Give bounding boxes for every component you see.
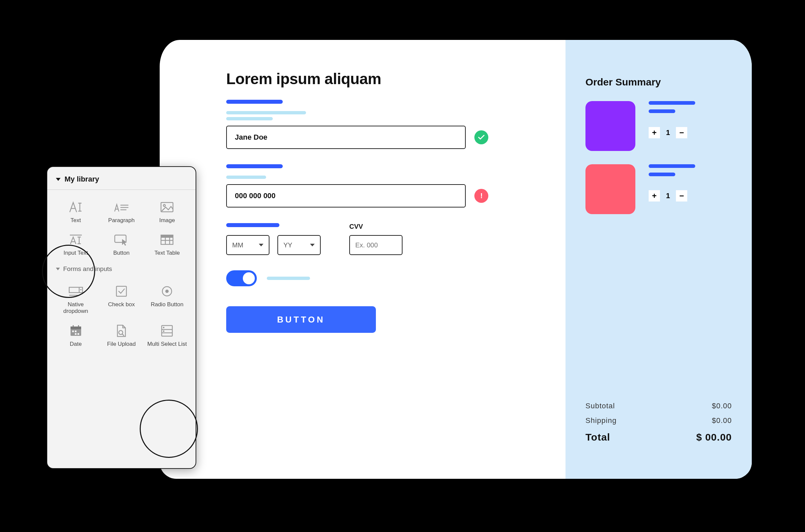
- toggle-row: [226, 270, 545, 286]
- lib-item-button[interactable]: Button: [99, 230, 143, 259]
- svg-rect-18: [163, 330, 164, 332]
- field-name: [226, 100, 545, 149]
- toggle-label-placeholder: [267, 277, 310, 280]
- highlight-circle-icon: [140, 400, 198, 458]
- lib-item-text-table[interactable]: Text Table: [145, 230, 189, 259]
- chevron-down-icon: [259, 244, 263, 246]
- svg-rect-13: [75, 333, 76, 335]
- total-row: Total $ 00.00: [585, 432, 732, 443]
- library-header[interactable]: My library: [47, 167, 195, 190]
- expiry-month-select[interactable]: MM: [226, 235, 269, 255]
- helper-placeholder-bar: [226, 117, 273, 120]
- lib-item-checkbox[interactable]: Check box: [99, 281, 143, 318]
- lib-item-radio[interactable]: Radio Button: [145, 281, 189, 318]
- total-value: $ 00.00: [696, 432, 732, 443]
- submit-button[interactable]: BUTTON: [226, 306, 376, 333]
- phone-input[interactable]: [226, 184, 466, 208]
- dropdown-icon: [67, 284, 85, 299]
- summary-item: + 1 −: [585, 164, 732, 214]
- svg-rect-4: [161, 235, 173, 238]
- lib-item-date[interactable]: Date: [54, 321, 97, 350]
- expiry-month-placeholder: MM: [232, 241, 243, 249]
- helper-placeholder-bar: [226, 175, 266, 179]
- lib-item-label: Input Text: [63, 250, 88, 256]
- quantity-stepper: + 1 −: [649, 127, 695, 138]
- library-title: My library: [64, 175, 99, 184]
- product-price-placeholder: [649, 173, 675, 176]
- qty-minus-button[interactable]: −: [676, 127, 687, 138]
- label-placeholder-bar: [226, 164, 283, 168]
- name-input[interactable]: [226, 126, 466, 149]
- summary-item: + 1 −: [585, 101, 732, 151]
- chevron-down-icon: [56, 268, 60, 270]
- quantity-stepper: + 1 −: [649, 190, 695, 202]
- label-placeholder-bar: [226, 100, 283, 104]
- product-thumbnail: [585, 164, 635, 214]
- lib-item-label: Text Table: [154, 250, 180, 256]
- total-label: Total: [585, 432, 610, 443]
- lib-item-label: File Upload: [107, 341, 136, 347]
- checkbox-icon: [113, 284, 130, 299]
- summary-title: Order Summary: [585, 76, 732, 88]
- file-upload-icon: [113, 324, 130, 338]
- expiry-year-select[interactable]: YY: [277, 235, 321, 255]
- shipping-row: Shipping $0.00: [585, 416, 732, 425]
- lib-item-native-dropdown[interactable]: Native dropdown: [54, 281, 97, 318]
- label-placeholder-bar: [226, 223, 279, 227]
- lib-item-file-upload[interactable]: File Upload: [99, 321, 143, 350]
- product-price-placeholder: [649, 109, 675, 113]
- qty-minus-button[interactable]: −: [676, 190, 687, 202]
- subtotal-value: $0.00: [712, 402, 732, 410]
- svg-point-1: [163, 205, 165, 207]
- shipping-value: $0.00: [712, 416, 732, 425]
- svg-rect-10: [71, 326, 81, 329]
- form-area: Lorem ipsum aliquam !: [160, 40, 565, 479]
- save-toggle[interactable]: [226, 270, 257, 286]
- chevron-down-icon: [56, 178, 60, 181]
- cvv-column: CVV: [349, 223, 402, 255]
- qty-plus-button[interactable]: +: [649, 190, 660, 202]
- svg-rect-6: [116, 286, 126, 296]
- cvv-label: CVV: [349, 223, 402, 230]
- section-label: Forms and inputs: [63, 265, 112, 273]
- product-thumbnail: [585, 101, 635, 151]
- lib-item-label: Paragraph: [108, 217, 134, 224]
- check-icon: [474, 130, 488, 144]
- svg-rect-12: [75, 330, 76, 332]
- expiry-year-placeholder: YY: [283, 241, 293, 249]
- expiry-column: MM YY: [226, 223, 321, 255]
- lib-item-label: Button: [113, 250, 129, 256]
- calendar-icon: [67, 324, 85, 338]
- paragraph-icon: [113, 200, 130, 214]
- lib-item-label: Image: [159, 217, 175, 224]
- product-name-placeholder: [649, 164, 695, 168]
- button-icon: [113, 232, 130, 247]
- text-icon: [67, 200, 85, 214]
- qty-value: 1: [666, 128, 670, 137]
- lib-item-label: Native dropdown: [55, 301, 96, 315]
- lib-item-multi-select[interactable]: Multi Select List: [145, 321, 189, 350]
- page-title: Lorem ipsum aliquam: [226, 70, 545, 88]
- lib-item-image[interactable]: Image: [145, 197, 189, 226]
- input-text-icon: [67, 232, 85, 247]
- cvv-input[interactable]: [349, 235, 402, 255]
- lib-item-input-text[interactable]: Input Text: [54, 230, 97, 259]
- order-summary-panel: Order Summary + 1 − + 1 −: [565, 40, 752, 479]
- qty-value: 1: [666, 191, 670, 200]
- library-section-forms[interactable]: Forms and inputs: [47, 262, 195, 274]
- product-name-placeholder: [649, 101, 695, 105]
- lib-item-label: Radio Button: [151, 301, 183, 308]
- svg-rect-11: [72, 330, 74, 332]
- alert-icon: !: [474, 189, 488, 203]
- subtotal-label: Subtotal: [585, 402, 615, 410]
- lib-item-paragraph[interactable]: Paragraph: [99, 197, 143, 226]
- svg-point-8: [165, 290, 169, 293]
- field-phone: !: [226, 164, 545, 208]
- lib-item-label: Check box: [108, 301, 135, 308]
- lib-item-label: Text: [71, 217, 81, 224]
- qty-plus-button[interactable]: +: [649, 127, 660, 138]
- lib-item-text[interactable]: Text: [54, 197, 97, 226]
- subtotal-row: Subtotal $0.00: [585, 402, 732, 410]
- field-expiry-cvv: MM YY CVV: [226, 223, 545, 255]
- component-library-panel: My library Text Paragraph: [46, 166, 196, 469]
